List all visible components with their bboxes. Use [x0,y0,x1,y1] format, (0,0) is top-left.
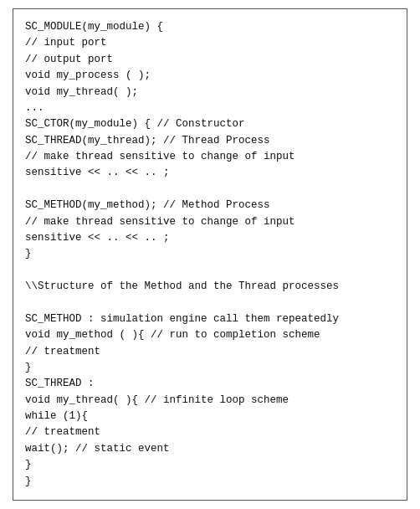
code-container: SC_MODULE(my_module) { // input port // … [13,8,407,501]
code-block: SC_MODULE(my_module) { // input port // … [25,19,395,490]
